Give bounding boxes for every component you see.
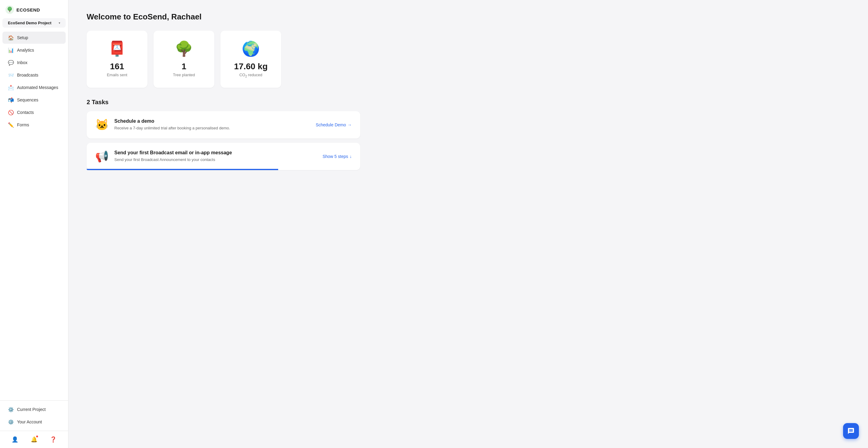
task-action-label: Show 5 steps [322,154,348,159]
stats-row: 📮 161 Emails sent 🌳 1 Tree planted 🌍 17.… [87,31,850,88]
chat-button[interactable] [843,423,859,439]
stat-card-0: 📮 161 Emails sent [87,31,148,88]
ecosend-logo-icon [5,5,14,14]
task-card-0: 🐱 Schedule a demo Receive a 7-day unlimi… [87,111,360,138]
stat-card-2: 🌍 17.60 kg CO2 reduced [220,31,281,88]
sidebar-item-label: Sequences [17,98,38,102]
chevron-down-icon: ▾ [59,21,60,25]
task-emoji: 📢 [95,150,109,163]
task-content: Schedule a demo Receive a 7-day unlimite… [114,118,310,131]
sidebar: ECOSEND EcoSend Demo Project ▾ 🏠 Setup 📊… [0,0,68,448]
sidebar-item-label: Inbox [17,60,27,65]
sidebar-item-label: Automated Messages [17,85,58,90]
task-action-button[interactable]: Show 5 steps ↓ [322,154,352,159]
tasks-title: 2 Tasks [87,99,850,106]
chat-icon [847,427,855,435]
help-icon: ❓ [50,436,57,443]
task-action-arrow: ↓ [350,154,352,159]
project-name: EcoSend Demo Project [8,21,51,25]
stat-emoji: 🌳 [175,40,193,58]
task-action-arrow: → [347,123,352,127]
automated-messages-icon: 📩 [8,84,14,91]
stat-value: 1 [182,62,186,71]
sidebar-item-forms[interactable]: ✏️ Forms [2,119,66,131]
sequences-icon: 📬 [8,97,14,103]
sidebar-item-label: Setup [17,35,28,40]
stat-label: CO2 reduced [239,73,262,78]
sidebar-bottom-label: Current Project [17,407,45,412]
sidebar-item-broadcasts[interactable]: 📨 Broadcasts [2,69,66,81]
task-title: Schedule a demo [114,118,310,124]
stat-value: 161 [110,62,124,71]
sidebar-item-your-account[interactable]: ⚙️ Your Account [2,416,66,428]
tasks-list: 🐱 Schedule a demo Receive a 7-day unlimi… [87,111,850,170]
your-account-icon: ⚙️ [8,419,14,425]
sidebar-item-automated-messages[interactable]: 📩 Automated Messages [2,81,66,94]
analytics-icon: 📊 [8,47,14,53]
stat-label: Emails sent [107,73,127,77]
sidebar-item-label: Forms [17,123,29,127]
sidebar-nav: 🏠 Setup 📊 Analytics 💬 Inbox 📨 Broadcasts… [0,30,68,400]
task-emoji: 🐱 [95,118,109,131]
user-footer-icon[interactable]: 👤 [10,435,20,444]
forms-icon: ✏️ [8,122,14,128]
setup-icon: 🏠 [8,35,14,41]
logo-area: ECOSEND [0,0,68,18]
sidebar-item-label: Contacts [17,110,34,115]
task-title: Send your first Broadcast email or in-ap… [114,150,317,156]
sidebar-item-label: Broadcasts [17,73,38,77]
sidebar-footer: 👤 🔔 ❓ [0,431,68,448]
sidebar-item-sequences[interactable]: 📬 Sequences [2,94,66,106]
sidebar-item-analytics[interactable]: 📊 Analytics [2,44,66,56]
sidebar-item-current-project[interactable]: ⚙️ Current Project [2,403,66,415]
stat-card-1: 🌳 1 Tree planted [154,31,214,88]
sidebar-bottom-label: Your Account [17,419,42,424]
stat-label: Tree planted [173,73,195,77]
broadcasts-icon: 📨 [8,72,14,78]
task-desc: Receive a 7-day unlimited trial after bo… [114,125,310,131]
stat-emoji: 🌍 [242,40,260,58]
user-icon: 👤 [11,436,18,443]
sidebar-item-inbox[interactable]: 💬 Inbox [2,57,66,69]
current-project-icon: ⚙️ [8,406,14,412]
contacts-icon: 🚫 [8,109,14,115]
main-content: Welcome to EcoSend, Rachael 📮 161 Emails… [68,0,868,448]
logo-text: ECOSEND [17,7,40,12]
task-progress-bar [87,169,278,170]
sidebar-bottom: ⚙️ Current Project ⚙️ Your Account [0,400,68,431]
project-selector[interactable]: EcoSend Demo Project ▾ [2,18,66,28]
sidebar-item-contacts[interactable]: 🚫 Contacts [2,106,66,118]
help-footer-icon[interactable]: ❓ [48,435,58,444]
svg-point-2 [8,7,11,10]
tasks-section: 2 Tasks 🐱 Schedule a demo Receive a 7-da… [87,99,850,170]
inbox-icon: 💬 [8,60,14,66]
svg-rect-3 [9,10,10,12]
notification-footer-icon[interactable]: 🔔 [29,435,39,444]
stat-value: 17.60 kg [234,62,268,71]
stat-emoji: 📮 [108,40,126,58]
task-desc: Send your first Broadcast Announcement t… [114,157,317,163]
page-title: Welcome to EcoSend, Rachael [87,12,850,22]
task-content: Send your first Broadcast email or in-ap… [114,150,317,163]
task-card-1: 📢 Send your first Broadcast email or in-… [87,143,360,170]
task-action-label: Schedule Demo [316,123,346,127]
sidebar-item-setup[interactable]: 🏠 Setup [2,32,66,44]
notification-badge-dot [36,435,38,438]
task-action-button[interactable]: Schedule Demo → [316,123,352,127]
sidebar-item-label: Analytics [17,48,34,53]
